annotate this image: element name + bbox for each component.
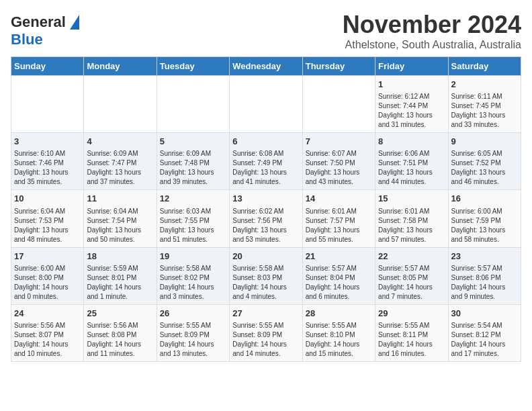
- day-number: 9: [451, 136, 518, 148]
- day-number: 3: [14, 136, 81, 148]
- day-info: Sunrise: 6:09 AM Sunset: 7:47 PM Dayligh…: [87, 149, 153, 187]
- header-day: Thursday: [302, 57, 375, 76]
- calendar-cell: 10Sunrise: 6:04 AM Sunset: 7:53 PM Dayli…: [11, 190, 84, 247]
- calendar-cell: 23Sunrise: 5:57 AM Sunset: 8:06 PM Dayli…: [448, 247, 521, 304]
- header-day: Tuesday: [157, 57, 229, 76]
- header-day: Friday: [375, 57, 448, 76]
- day-number: 28: [306, 308, 372, 320]
- day-info: Sunrise: 6:05 AM Sunset: 7:52 PM Dayligh…: [451, 149, 518, 187]
- day-info: Sunrise: 5:55 AM Sunset: 8:09 PM Dayligh…: [160, 321, 226, 359]
- day-info: Sunrise: 5:56 AM Sunset: 8:07 PM Dayligh…: [14, 321, 81, 359]
- day-info: Sunrise: 6:01 AM Sunset: 7:58 PM Dayligh…: [378, 207, 445, 244]
- calendar-cell: 18Sunrise: 5:59 AM Sunset: 8:01 PM Dayli…: [84, 247, 157, 304]
- day-info: Sunrise: 6:00 AM Sunset: 8:00 PM Dayligh…: [14, 264, 81, 302]
- calendar-cell: 3Sunrise: 6:10 AM Sunset: 7:46 PM Daylig…: [11, 133, 84, 190]
- calendar-cell: [230, 76, 302, 133]
- calendar-week: 24Sunrise: 5:56 AM Sunset: 8:07 PM Dayli…: [11, 304, 521, 361]
- day-number: 20: [232, 250, 299, 263]
- day-info: Sunrise: 6:04 AM Sunset: 7:53 PM Dayligh…: [14, 207, 81, 244]
- calendar-week: 3Sunrise: 6:10 AM Sunset: 7:46 PM Daylig…: [11, 133, 521, 190]
- calendar-cell: 4Sunrise: 6:09 AM Sunset: 7:47 PM Daylig…: [84, 133, 157, 190]
- calendar-cell: 27Sunrise: 5:55 AM Sunset: 8:09 PM Dayli…: [230, 304, 302, 361]
- calendar-cell: 2Sunrise: 6:11 AM Sunset: 7:45 PM Daylig…: [448, 76, 521, 133]
- day-number: 7: [306, 136, 372, 148]
- day-info: Sunrise: 6:03 AM Sunset: 7:55 PM Dayligh…: [160, 207, 226, 244]
- day-info: Sunrise: 5:57 AM Sunset: 8:05 PM Dayligh…: [378, 264, 445, 302]
- calendar-cell: [302, 76, 375, 133]
- calendar-cell: 1Sunrise: 6:12 AM Sunset: 7:44 PM Daylig…: [375, 76, 448, 133]
- logo-blue: Blue: [11, 31, 43, 48]
- calendar-cell: 5Sunrise: 6:09 AM Sunset: 7:48 PM Daylig…: [157, 133, 229, 190]
- header-day: Sunday: [11, 57, 84, 76]
- calendar-cell: [84, 76, 157, 133]
- day-info: Sunrise: 5:59 AM Sunset: 8:01 PM Dayligh…: [87, 264, 153, 302]
- day-number: 24: [14, 308, 81, 320]
- calendar-cell: 14Sunrise: 6:01 AM Sunset: 7:57 PM Dayli…: [302, 190, 375, 247]
- logo: General Blue: [11, 11, 79, 48]
- day-number: 13: [232, 193, 299, 205]
- day-info: Sunrise: 6:01 AM Sunset: 7:57 PM Dayligh…: [306, 207, 372, 244]
- calendar-title: November 2024: [343, 11, 521, 39]
- calendar-cell: 20Sunrise: 5:58 AM Sunset: 8:03 PM Dayli…: [230, 247, 302, 304]
- day-number: 1: [378, 79, 445, 91]
- calendar-cell: [11, 76, 84, 133]
- calendar-week: 1Sunrise: 6:12 AM Sunset: 7:44 PM Daylig…: [11, 76, 521, 133]
- calendar-cell: 7Sunrise: 6:07 AM Sunset: 7:50 PM Daylig…: [302, 133, 375, 190]
- day-number: 22: [378, 250, 445, 263]
- day-number: 21: [306, 250, 372, 263]
- header-day: Monday: [84, 57, 157, 76]
- day-number: 27: [232, 308, 299, 320]
- day-number: 12: [160, 193, 226, 205]
- day-info: Sunrise: 5:55 AM Sunset: 8:10 PM Dayligh…: [306, 321, 372, 359]
- day-number: 17: [14, 250, 81, 263]
- day-info: Sunrise: 6:07 AM Sunset: 7:50 PM Dayligh…: [306, 149, 372, 187]
- day-info: Sunrise: 6:04 AM Sunset: 7:54 PM Dayligh…: [87, 207, 153, 244]
- calendar-cell: 16Sunrise: 6:00 AM Sunset: 7:59 PM Dayli…: [448, 190, 521, 247]
- day-number: 15: [378, 193, 445, 205]
- calendar-cell: 24Sunrise: 5:56 AM Sunset: 8:07 PM Dayli…: [11, 304, 84, 361]
- day-number: 25: [87, 308, 153, 320]
- day-info: Sunrise: 5:55 AM Sunset: 8:11 PM Dayligh…: [378, 321, 445, 359]
- day-info: Sunrise: 6:06 AM Sunset: 7:51 PM Dayligh…: [378, 149, 445, 187]
- calendar-week: 10Sunrise: 6:04 AM Sunset: 7:53 PM Dayli…: [11, 190, 521, 247]
- calendar-cell: 28Sunrise: 5:55 AM Sunset: 8:10 PM Dayli…: [302, 304, 375, 361]
- day-info: Sunrise: 5:58 AM Sunset: 8:02 PM Dayligh…: [160, 264, 226, 302]
- day-info: Sunrise: 5:57 AM Sunset: 8:06 PM Dayligh…: [451, 264, 518, 302]
- day-number: 2: [451, 79, 518, 91]
- day-number: 19: [160, 250, 226, 263]
- logo-icon: [70, 15, 79, 30]
- day-number: 6: [232, 136, 299, 148]
- calendar-cell: 15Sunrise: 6:01 AM Sunset: 7:58 PM Dayli…: [375, 190, 448, 247]
- calendar-cell: 26Sunrise: 5:55 AM Sunset: 8:09 PM Dayli…: [157, 304, 229, 361]
- day-info: Sunrise: 5:57 AM Sunset: 8:04 PM Dayligh…: [306, 264, 372, 302]
- calendar-cell: [157, 76, 229, 133]
- day-info: Sunrise: 5:55 AM Sunset: 8:09 PM Dayligh…: [232, 321, 299, 359]
- day-info: Sunrise: 6:10 AM Sunset: 7:46 PM Dayligh…: [14, 149, 81, 187]
- calendar-table: SundayMondayTuesdayWednesdayThursdayFrid…: [11, 56, 521, 362]
- day-info: Sunrise: 6:09 AM Sunset: 7:48 PM Dayligh…: [160, 149, 226, 187]
- day-info: Sunrise: 6:08 AM Sunset: 7:49 PM Dayligh…: [232, 149, 299, 187]
- calendar-cell: 25Sunrise: 5:56 AM Sunset: 8:08 PM Dayli…: [84, 304, 157, 361]
- calendar-cell: 8Sunrise: 6:06 AM Sunset: 7:51 PM Daylig…: [375, 133, 448, 190]
- day-info: Sunrise: 6:02 AM Sunset: 7:56 PM Dayligh…: [232, 207, 299, 244]
- calendar-week: 17Sunrise: 6:00 AM Sunset: 8:00 PM Dayli…: [11, 247, 521, 304]
- header-day: Saturday: [448, 57, 521, 76]
- calendar-cell: 12Sunrise: 6:03 AM Sunset: 7:55 PM Dayli…: [157, 190, 229, 247]
- day-number: 30: [451, 308, 518, 320]
- day-info: Sunrise: 5:58 AM Sunset: 8:03 PM Dayligh…: [232, 264, 299, 302]
- day-number: 14: [306, 193, 372, 205]
- calendar-header: SundayMondayTuesdayWednesdayThursdayFrid…: [11, 57, 521, 76]
- day-number: 23: [451, 250, 518, 263]
- calendar-cell: 11Sunrise: 6:04 AM Sunset: 7:54 PM Dayli…: [84, 190, 157, 247]
- day-number: 10: [14, 193, 81, 205]
- day-info: Sunrise: 5:56 AM Sunset: 8:08 PM Dayligh…: [87, 321, 153, 359]
- title-block: November 2024 Athelstone, South Australi…: [343, 11, 521, 51]
- day-number: 29: [378, 308, 445, 320]
- day-number: 16: [451, 193, 518, 205]
- day-info: Sunrise: 5:54 AM Sunset: 8:12 PM Dayligh…: [451, 321, 518, 359]
- calendar-cell: 13Sunrise: 6:02 AM Sunset: 7:56 PM Dayli…: [230, 190, 302, 247]
- header-day: Wednesday: [230, 57, 302, 76]
- day-info: Sunrise: 6:00 AM Sunset: 7:59 PM Dayligh…: [451, 207, 518, 244]
- calendar-subtitle: Athelstone, South Australia, Australia: [343, 39, 521, 51]
- logo-general: General: [11, 13, 66, 31]
